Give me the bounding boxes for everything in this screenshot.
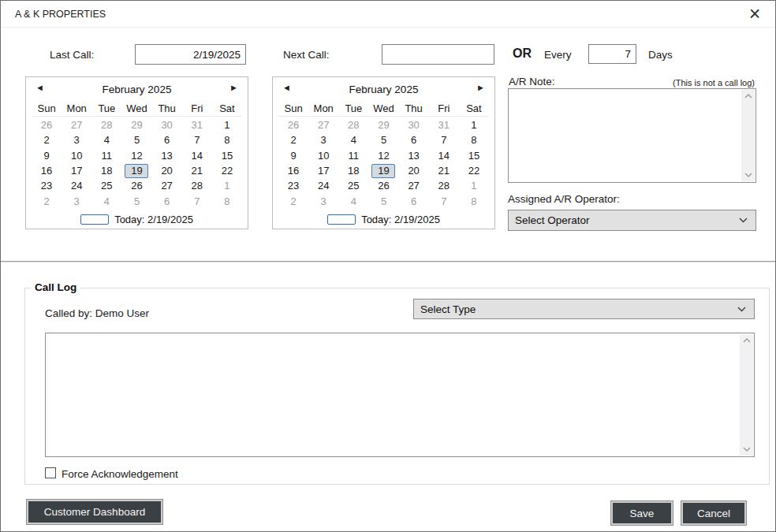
scroll-down-icon[interactable] (743, 447, 751, 452)
scroll-up-icon[interactable] (744, 94, 752, 99)
calendar-day[interactable]: 4 (338, 132, 368, 147)
calendar-day[interactable]: 30 (152, 117, 182, 132)
calendar-day[interactable]: 17 (62, 163, 91, 178)
calendar-day[interactable]: 9 (278, 148, 308, 163)
calendar-day[interactable]: 6 (152, 193, 182, 208)
calendar-day[interactable]: 10 (308, 148, 338, 163)
calendar-day[interactable]: 6 (152, 132, 182, 147)
calendar-day[interactable]: 14 (182, 148, 212, 163)
ar-note-textarea[interactable] (510, 91, 741, 180)
close-icon[interactable]: × (744, 2, 766, 25)
calendar-day[interactable]: 5 (368, 132, 398, 147)
call-type-select[interactable]: Select Type (413, 299, 755, 319)
calendar-day[interactable]: 7 (429, 193, 459, 208)
calendar-day[interactable]: 27 (399, 178, 429, 193)
calendar-day[interactable]: 7 (429, 132, 459, 147)
calendar-day-selected[interactable]: 19 (371, 164, 395, 178)
calendar-day[interactable]: 20 (399, 163, 429, 178)
calendar-day[interactable]: 3 (308, 193, 338, 208)
calendar-day[interactable]: 29 (368, 117, 398, 132)
calendar-day[interactable]: 3 (62, 193, 91, 208)
calendar-day[interactable]: 31 (182, 117, 212, 132)
ar-note-scrollbar[interactable] (741, 90, 755, 181)
calendar-day[interactable]: 8 (459, 193, 489, 208)
cancel-button[interactable]: Cancel (681, 501, 746, 525)
calendar-day[interactable]: 4 (91, 132, 121, 147)
today-outline-box[interactable] (80, 214, 109, 225)
calendar-day[interactable]: 26 (278, 117, 308, 132)
calendar-day[interactable]: 8 (459, 132, 489, 147)
calendar-day[interactable]: 7 (182, 193, 212, 208)
calendar-day[interactable]: 7 (182, 132, 212, 147)
calendar-day[interactable]: 22 (459, 163, 489, 178)
save-button[interactable]: Save (611, 501, 673, 525)
calendar-day[interactable]: 6 (399, 132, 429, 147)
calendar-day[interactable]: 8 (212, 193, 242, 208)
calendar-day[interactable]: 29 (121, 117, 151, 132)
scroll-down-icon[interactable] (744, 173, 752, 177)
calendar-day[interactable]: 1 (459, 178, 489, 193)
calendar-day[interactable]: 26 (121, 178, 151, 193)
calendar-day[interactable]: 31 (429, 117, 459, 132)
calendar-today-label[interactable]: Today: 2/19/2025 (114, 214, 193, 225)
calendar-day[interactable]: 25 (338, 178, 368, 193)
calendar-day[interactable]: 5 (368, 193, 398, 208)
calendar-day[interactable]: 16 (278, 163, 308, 178)
calendar-next-icon[interactable]: ► (473, 83, 488, 92)
calendar-day[interactable]: 5 (121, 132, 151, 147)
calendar-day-selected[interactable]: 19 (125, 164, 148, 178)
force-acknowledgement-checkbox[interactable] (45, 467, 56, 478)
calendar-day[interactable]: 24 (62, 178, 91, 193)
calendar-day[interactable]: 17 (308, 163, 338, 178)
calendar-day[interactable]: 15 (459, 148, 489, 163)
calendar-today-label[interactable]: Today: 2/19/2025 (361, 214, 440, 225)
calendar-day[interactable]: 26 (368, 178, 398, 193)
calendar-day[interactable]: 8 (212, 132, 242, 147)
calendar-day[interactable]: 30 (399, 117, 429, 132)
calendar-day[interactable]: 28 (338, 117, 368, 132)
calendar-day[interactable]: 27 (308, 117, 338, 132)
calendar-day[interactable]: 11 (338, 148, 368, 163)
call-log-textarea[interactable] (47, 335, 739, 455)
calendar-day[interactable]: 28 (91, 117, 121, 132)
today-outline-box[interactable] (327, 214, 356, 225)
calendar-day[interactable]: 2 (32, 193, 62, 208)
next-call-input[interactable] (382, 44, 494, 65)
calendar-day[interactable]: 2 (278, 193, 308, 208)
calendar-day[interactable]: 23 (32, 178, 62, 193)
calendar-day[interactable]: 27 (152, 178, 182, 193)
calendar-day[interactable]: 4 (91, 193, 121, 208)
calendar-day[interactable]: 28 (182, 178, 212, 193)
calendar-day[interactable]: 11 (91, 148, 121, 163)
calendar-day[interactable]: 14 (429, 148, 459, 163)
calendar-day[interactable]: 16 (32, 163, 62, 178)
calendar-day[interactable]: 1 (459, 117, 489, 132)
calendar-day[interactable]: 20 (152, 163, 182, 178)
customer-dashboard-button[interactable]: Customer Dashboard (27, 500, 162, 524)
calendar-day[interactable]: 21 (429, 163, 459, 178)
calendar-day[interactable]: 18 (91, 163, 121, 178)
calendar-day[interactable]: 1 (212, 117, 242, 132)
scroll-up-icon[interactable] (743, 338, 751, 343)
calendar-day[interactable]: 13 (152, 148, 182, 163)
calendar-day[interactable]: 12 (121, 148, 151, 163)
calendar-day[interactable]: 22 (212, 163, 242, 178)
calendar-day[interactable]: 21 (182, 163, 212, 178)
calendar-day[interactable]: 23 (278, 178, 308, 193)
calendar-day[interactable]: 25 (91, 178, 121, 193)
calendar-day[interactable]: 3 (62, 132, 91, 147)
every-days-input[interactable] (588, 44, 636, 64)
calendar-day[interactable]: 4 (338, 193, 368, 208)
calendar-day[interactable]: 2 (32, 132, 62, 147)
last-call-input[interactable] (135, 44, 246, 65)
calendar-day[interactable]: 27 (62, 117, 91, 132)
calendar-day[interactable]: 13 (399, 148, 429, 163)
calendar-day[interactable]: 6 (399, 193, 429, 208)
calendar-day[interactable]: 3 (308, 132, 338, 147)
calendar-day[interactable]: 1 (212, 178, 242, 193)
calendar-day[interactable]: 9 (32, 148, 62, 163)
calendar-day[interactable]: 24 (308, 178, 338, 193)
calendar-day[interactable]: 2 (278, 132, 308, 147)
assigned-operator-select[interactable]: Select Operator (508, 210, 756, 231)
calendar-day[interactable]: 12 (368, 148, 398, 163)
